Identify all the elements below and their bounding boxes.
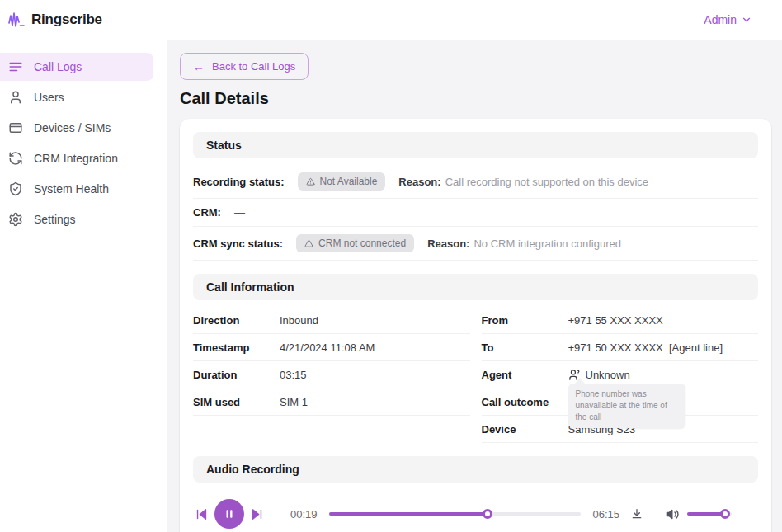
admin-menu[interactable]: Admin — [704, 13, 752, 26]
volume-slider[interactable] — [687, 512, 732, 516]
call-details-card: Status Recording status: Not Available R… — [180, 119, 771, 532]
sync-icon — [8, 151, 23, 166]
skip-forward-icon — [250, 507, 264, 521]
sidebar-item-label: Settings — [34, 213, 76, 226]
user-icon — [8, 90, 23, 105]
field-value: 03:15 — [280, 369, 307, 381]
field-label: Agent — [482, 369, 568, 381]
back-to-call-logs-button[interactable]: ← Back to Call Logs — [180, 53, 309, 80]
sidebar-item-label: System Health — [34, 182, 109, 195]
seek-bar-fill — [329, 512, 488, 516]
agent-value: Unknown — [586, 369, 630, 381]
sidebar-item-label: Call Logs — [34, 60, 82, 73]
sim-used-row: SIM used SIM 1 — [193, 388, 470, 416]
field-label: To — [482, 341, 568, 354]
page-title: Call Details — [180, 89, 771, 108]
sidebar-item-call-logs[interactable]: Call Logs — [0, 53, 153, 81]
brand-logo: Ringscribe — [7, 10, 102, 30]
device-card-icon — [8, 120, 23, 135]
sidebar-item-system-health[interactable]: System Health — [0, 175, 153, 203]
main-content: ← Back to Call Logs Call Details Status … — [167, 40, 782, 532]
crm-value: — — [234, 206, 245, 219]
call-outcome-tooltip: Phone number was unavailable at the time… — [568, 384, 685, 428]
total-duration: 06:15 — [592, 508, 619, 520]
back-button-label: Back to Call Logs — [212, 60, 295, 73]
volume-icon[interactable] — [666, 507, 680, 521]
download-button[interactable] — [630, 507, 643, 520]
chevron-down-icon — [741, 14, 752, 26]
download-icon — [630, 507, 643, 520]
field-value: 4/21/2024 11:08 AM — [280, 341, 375, 354]
reason-label: Reason: — [427, 238, 469, 250]
badge-label: Not Available — [320, 176, 378, 187]
call-information-left-column: Direction Inbound Timestamp 4/21/2024 11… — [193, 307, 470, 443]
recording-status-badge: Not Available — [298, 172, 386, 191]
call-information-right-column: From +971 55 XXX XXXX To +971 50 XXX XXX… — [482, 307, 759, 443]
sidebar-item-label: CRM Integration — [34, 152, 118, 165]
call-information-section-header: Call Information — [193, 274, 758, 300]
timestamp-row: Timestamp 4/21/2024 11:08 AM — [193, 334, 470, 361]
to-row: To +971 50 XXX XXXX [Agent line] — [482, 334, 759, 361]
field-label: SIM used — [193, 396, 280, 408]
reason-text: Call recording not supported on this dev… — [445, 176, 648, 188]
seek-bar[interactable] — [329, 512, 582, 516]
warning-icon — [304, 239, 313, 248]
crm-label: CRM: — [193, 206, 221, 219]
crm-sync-status-badge: CRM not connected — [296, 234, 414, 252]
sidebar-item-devices-sims[interactable]: Devices / SIMs — [0, 114, 153, 142]
skip-forward-button[interactable] — [250, 507, 264, 521]
reason-text: No CRM integration configured — [473, 238, 620, 250]
pause-button[interactable] — [214, 499, 244, 529]
crm-row: CRM: — — [193, 199, 758, 227]
sidebar-item-label: Devices / SIMs — [34, 121, 111, 134]
duration-row: Duration 03:15 — [193, 361, 470, 388]
field-value: SIM 1 — [280, 396, 308, 408]
audio-recording-section-header: Audio Recording — [193, 456, 758, 483]
reason-label: Reason: — [398, 176, 440, 188]
gear-icon — [8, 212, 23, 227]
brand-name: Ringscribe — [31, 12, 102, 28]
field-label: Call outcome — [482, 396, 568, 408]
sidebar-item-label: Users — [34, 91, 64, 104]
volume-slider-fill — [687, 512, 725, 516]
field-value: +971 55 XXX XXXX — [568, 314, 663, 327]
admin-menu-label: Admin — [704, 13, 737, 26]
shield-check-icon — [8, 181, 23, 196]
elapsed-time: 00:19 — [290, 508, 318, 520]
field-label: Direction — [193, 314, 280, 327]
direction-row: Direction Inbound — [193, 307, 470, 334]
field-label: Duration — [193, 369, 280, 381]
sidebar-item-users[interactable]: Users — [0, 83, 153, 111]
from-row: From +971 55 XXX XXXX — [482, 307, 759, 334]
top-bar: Ringscribe Admin — [0, 0, 782, 40]
call-outcome-row: Call outcome Phone number was unavailabl… — [482, 388, 759, 416]
arrow-left-icon: ← — [193, 61, 205, 73]
audio-player: 00:19 06:15 — [193, 489, 758, 532]
skip-back-button[interactable] — [195, 507, 209, 521]
field-label: Device — [482, 423, 568, 435]
badge-label: CRM not connected — [318, 238, 406, 249]
crm-sync-status-label: CRM sync status: — [193, 238, 283, 250]
crm-sync-status-row: CRM sync status: CRM not connected Reaso… — [193, 227, 758, 261]
warning-icon — [306, 177, 315, 186]
volume-slider-thumb[interactable] — [720, 509, 730, 519]
field-value: Inbound — [280, 314, 318, 327]
call-information-grid: Direction Inbound Timestamp 4/21/2024 11… — [193, 307, 758, 443]
sidebar: Call Logs Users Devices / SIMs CRM Integ… — [0, 40, 167, 532]
recording-status-label: Recording status: — [193, 176, 285, 188]
sidebar-item-crm-integration[interactable]: CRM Integration — [0, 144, 153, 172]
recording-status-row: Recording status: Not Available Reason: … — [193, 165, 758, 199]
list-icon — [8, 59, 23, 74]
sidebar-item-settings[interactable]: Settings — [0, 205, 153, 233]
skip-back-icon — [195, 507, 209, 521]
waveform-logo-icon — [7, 10, 26, 30]
status-section-header: Status — [193, 132, 758, 158]
field-label: Timestamp — [193, 341, 280, 354]
field-label: From — [482, 314, 568, 327]
field-value: +971 50 XXX XXXX [Agent line] — [568, 341, 723, 354]
pause-icon — [224, 508, 235, 520]
seek-bar-thumb[interactable] — [483, 509, 492, 519]
